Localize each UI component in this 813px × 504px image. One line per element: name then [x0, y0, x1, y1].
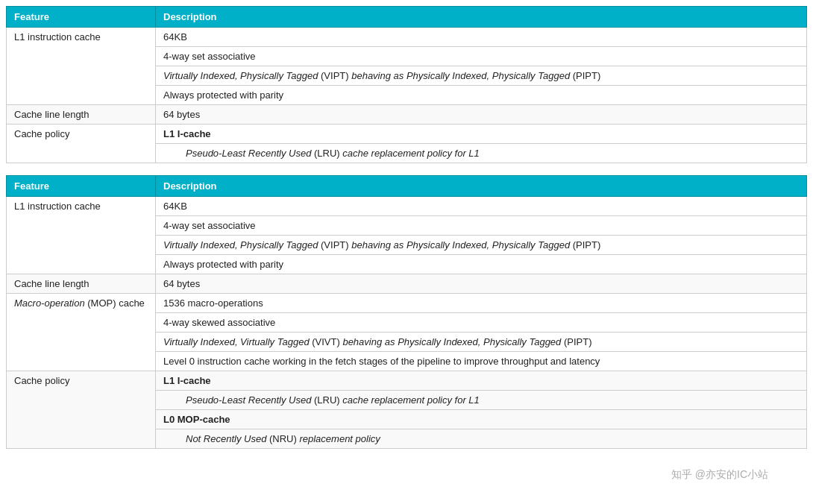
description-cell: 64 bytes [156, 105, 807, 125]
description-cell: 64KB [156, 197, 807, 216]
description-cell: 64KB [156, 28, 807, 47]
description-cell: Pseudo-Least Recently Used (LRU) cache r… [156, 391, 807, 410]
table-1: FeatureDescriptionL1 instruction cache64… [6, 6, 807, 163]
table-header-feature: Feature [7, 176, 156, 197]
description-cell: Virtually Indexed, Physically Tagged (VI… [156, 66, 807, 86]
table-header-feature: Feature [7, 7, 156, 28]
description-cell: 4-way set associative [156, 47, 807, 66]
table-row: Macro-operation (MOP) cache1536 macro-op… [7, 294, 807, 313]
table-row: Cache line length64 bytes [7, 105, 807, 125]
description-cell: Always protected with parity [156, 86, 807, 105]
feature-cell: Cache line length [7, 105, 156, 125]
table-row: L1 instruction cache64KB [7, 28, 807, 47]
feature-cell: Macro-operation (MOP) cache [7, 294, 156, 371]
feature-cell: Cache policy [7, 125, 156, 163]
feature-cell: L1 instruction cache [7, 28, 156, 105]
description-cell: 64 bytes [156, 274, 807, 294]
description-cell: L1 I-cache [156, 125, 807, 144]
table-2: FeatureDescriptionL1 instruction cache64… [6, 175, 807, 449]
description-cell: Always protected with parity [156, 255, 807, 274]
description-cell: L0 MOP-cache [156, 410, 807, 429]
table-row: Cache policyL1 I-cache [7, 371, 807, 391]
feature-cell: Cache line length [7, 274, 156, 294]
description-cell: Virtually Indexed, Virtually Tagged (VIV… [156, 333, 807, 352]
description-cell: Virtually Indexed, Physically Tagged (VI… [156, 236, 807, 255]
feature-cell: L1 instruction cache [7, 197, 156, 274]
description-cell: Pseudo-Least Recently Used (LRU) cache r… [156, 144, 807, 163]
table-row: Cache line length64 bytes [7, 274, 807, 294]
description-cell: Level 0 instruction cache working in the… [156, 352, 807, 371]
description-cell: 4-way skewed associative [156, 313, 807, 333]
feature-cell: Cache policy [7, 371, 156, 449]
table-header-description: Description [156, 176, 807, 197]
description-cell: L1 I-cache [156, 371, 807, 391]
description-cell: 4-way set associative [156, 216, 807, 236]
table-row: Cache policyL1 I-cache [7, 125, 807, 144]
table-row: L1 instruction cache64KB [7, 197, 807, 216]
description-cell: 1536 macro-operations [156, 294, 807, 313]
description-cell: Not Recently Used (NRU) replacement poli… [156, 429, 807, 449]
table-header-description: Description [156, 7, 807, 28]
page-wrapper: FeatureDescriptionL1 instruction cache64… [0, 0, 813, 467]
